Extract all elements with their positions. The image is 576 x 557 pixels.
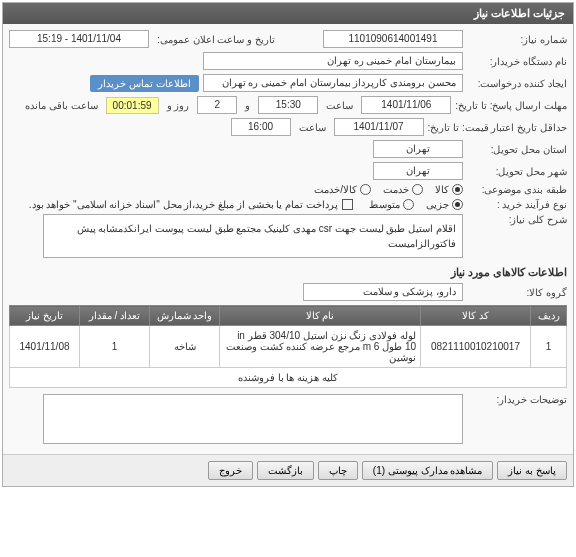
buyer-label: نام دستگاه خریدار: bbox=[467, 56, 567, 67]
need-no-label: شماره نیاز: bbox=[467, 34, 567, 45]
radio-dot-icon bbox=[360, 184, 371, 195]
goods-group-value: دارو، پزشکی و سلامت bbox=[303, 283, 463, 301]
row-desc: شرح کلی نیاز: اقلام استیل طبق لیست جهت c… bbox=[9, 214, 567, 258]
contact-badge[interactable]: اطلاعات تماس خریدار bbox=[90, 75, 199, 92]
desc-value: اقلام استیل طبق لیست جهت csr مهدی کلینیک… bbox=[43, 214, 463, 258]
announce-label: تاریخ و ساعت اعلان عمومی: bbox=[153, 34, 279, 45]
td-code: 0821110010210017 bbox=[421, 326, 531, 368]
comments-label: توضیحات خریدار: bbox=[467, 394, 567, 405]
category-label: طبقه بندی موضوعی: bbox=[467, 184, 567, 195]
city-value: تهران bbox=[373, 162, 463, 180]
time-label-1: ساعت bbox=[322, 100, 357, 111]
print-button[interactable]: چاپ bbox=[318, 461, 358, 480]
radio-minor[interactable]: جزیی bbox=[426, 199, 463, 210]
days-label: روز و bbox=[163, 100, 194, 111]
validity-date: 1401/11/07 bbox=[334, 118, 424, 136]
table-header-row: ردیف کد کالا نام کالا واحد شمارش تعداد /… bbox=[10, 306, 567, 326]
deadline-date: 1401/11/06 bbox=[361, 96, 451, 114]
th-name: نام کالا bbox=[220, 306, 421, 326]
row-deadline: مهلت ارسال پاسخ: تا تاریخ: 1401/11/06 سا… bbox=[9, 96, 567, 114]
table-row: 1 0821110010210017 لوله فولادی زنگ نزن ا… bbox=[10, 326, 567, 368]
category-radio-group: کالا خدمت کالا/خدمت bbox=[314, 184, 463, 195]
row-city: شهر محل تحویل: تهران bbox=[9, 162, 567, 180]
td-date: 1401/11/08 bbox=[10, 326, 80, 368]
buyer-value: بیمارستان امام خمینی ره تهران bbox=[203, 52, 463, 70]
remaining-label: ساعت باقی مانده bbox=[21, 100, 102, 111]
and-label: و bbox=[241, 100, 254, 111]
table-footer-row: کلیه هزینه ها با فروشنده bbox=[10, 368, 567, 388]
creator-value: محسن برومندی کارپرداز بیمارستان امام خمی… bbox=[203, 74, 463, 92]
radio-dot-icon bbox=[452, 184, 463, 195]
radio-dot-icon bbox=[452, 199, 463, 210]
announce-value: 1401/11/04 - 15:19 bbox=[9, 30, 149, 48]
radio-medium[interactable]: متوسط bbox=[369, 199, 414, 210]
table-footer: کلیه هزینه ها با فروشنده bbox=[10, 368, 567, 388]
deadline-time: 15:30 bbox=[258, 96, 318, 114]
need-no-value: 1101090614001491 bbox=[323, 30, 463, 48]
info-panel: جزئیات اطلاعات نیاز شماره نیاز: 11010906… bbox=[2, 2, 574, 487]
desc-label: شرح کلی نیاز: bbox=[467, 214, 567, 225]
process-radio-group: جزیی متوسط bbox=[369, 199, 463, 210]
goods-section-title: اطلاعات کالاهای مورد نیاز bbox=[9, 262, 567, 283]
button-bar: پاسخ به نیاز مشاهده مدارک پیوستی (1) چاپ… bbox=[3, 454, 573, 486]
row-validity: حداقل تاریخ اعتبار قیمت: تا تاریخ: 1401/… bbox=[9, 118, 567, 136]
goods-table: ردیف کد کالا نام کالا واحد شمارش تعداد /… bbox=[9, 305, 567, 388]
creator-label: ایجاد کننده درخواست: bbox=[467, 78, 567, 89]
radio-goods-service-label: کالا/خدمت bbox=[314, 184, 357, 195]
th-qty: تعداد / مقدار bbox=[80, 306, 150, 326]
checkbox-treasury[interactable]: پرداخت تمام یا بخشی از مبلغ خرید،از محل … bbox=[29, 199, 353, 210]
deadline-label: مهلت ارسال پاسخ: تا تاریخ: bbox=[455, 100, 567, 111]
comments-area bbox=[43, 394, 463, 444]
row-comments: توضیحات خریدار: bbox=[9, 394, 567, 444]
button-left-group: چاپ بازگشت خروج bbox=[208, 461, 358, 480]
radio-medium-label: متوسط bbox=[369, 199, 400, 210]
radio-goods[interactable]: کالا bbox=[435, 184, 463, 195]
process-label: نوع فرآیند خرید : bbox=[467, 199, 567, 210]
respond-button[interactable]: پاسخ به نیاز bbox=[497, 461, 567, 480]
td-row: 1 bbox=[531, 326, 567, 368]
row-process: نوع فرآیند خرید : جزیی متوسط پرداخت تمام… bbox=[9, 199, 567, 210]
panel-body: شماره نیاز: 1101090614001491 تاریخ و ساع… bbox=[3, 24, 573, 454]
row-category: طبقه بندی موضوعی: کالا خدمت کالا/خدمت bbox=[9, 184, 567, 195]
row-province: استان محل تحویل: تهران bbox=[9, 140, 567, 158]
radio-goods-label: کالا bbox=[435, 184, 449, 195]
td-name: لوله فولادی زنگ نزن استیل 304/10 قطر in … bbox=[220, 326, 421, 368]
td-qty: 1 bbox=[80, 326, 150, 368]
radio-dot-icon bbox=[412, 184, 423, 195]
close-button[interactable]: خروج bbox=[208, 461, 253, 480]
radio-service[interactable]: خدمت bbox=[383, 184, 423, 195]
goods-group-label: گروه کالا: bbox=[467, 287, 567, 298]
th-unit: واحد شمارش bbox=[150, 306, 220, 326]
validity-time: 16:00 bbox=[231, 118, 291, 136]
panel-title: جزئیات اطلاعات نیاز bbox=[3, 3, 573, 24]
radio-minor-label: جزیی bbox=[426, 199, 449, 210]
row-goods-group: گروه کالا: دارو، پزشکی و سلامت bbox=[9, 283, 567, 301]
checkbox-treasury-label: پرداخت تمام یا بخشی از مبلغ خرید،از محل … bbox=[29, 199, 338, 210]
countdown: 00:01:59 bbox=[106, 97, 159, 114]
city-label: شهر محل تحویل: bbox=[467, 166, 567, 177]
row-creator: ایجاد کننده درخواست: محسن برومندی کارپرد… bbox=[9, 74, 567, 92]
radio-service-label: خدمت bbox=[383, 184, 409, 195]
back-button[interactable]: بازگشت bbox=[257, 461, 314, 480]
radio-goods-service[interactable]: کالا/خدمت bbox=[314, 184, 371, 195]
th-row: ردیف bbox=[531, 306, 567, 326]
time-label-2: ساعت bbox=[295, 122, 330, 133]
attachments-button[interactable]: مشاهده مدارک پیوستی (1) bbox=[362, 461, 494, 480]
days-value: 2 bbox=[197, 96, 237, 114]
province-value: تهران bbox=[373, 140, 463, 158]
th-date: تاریخ نیاز bbox=[10, 306, 80, 326]
row-need-no: شماره نیاز: 1101090614001491 تاریخ و ساع… bbox=[9, 30, 567, 48]
row-buyer: نام دستگاه خریدار: بیمارستان امام خمینی … bbox=[9, 52, 567, 70]
td-unit: شاخه bbox=[150, 326, 220, 368]
checkbox-icon bbox=[342, 199, 353, 210]
validity-label: حداقل تاریخ اعتبار قیمت: تا تاریخ: bbox=[428, 122, 567, 133]
province-label: استان محل تحویل: bbox=[467, 144, 567, 155]
th-code: کد کالا bbox=[421, 306, 531, 326]
radio-dot-icon bbox=[403, 199, 414, 210]
